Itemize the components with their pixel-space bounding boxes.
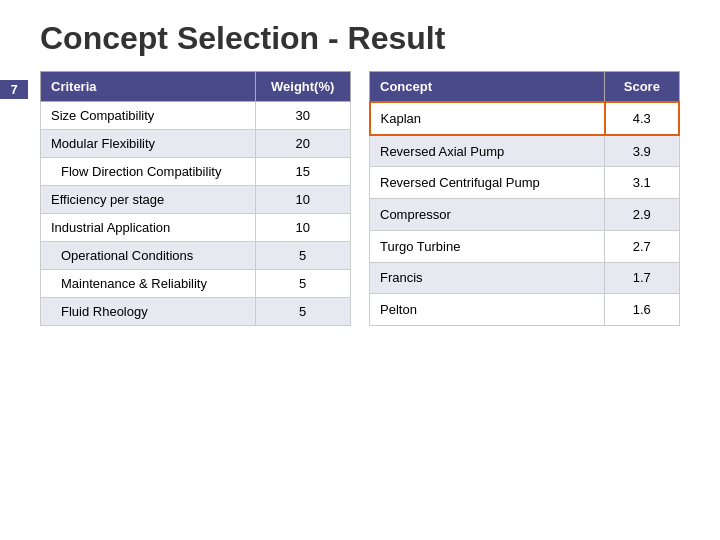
- weight-cell: 5: [255, 242, 350, 270]
- slide-page: Concept Selection - Result 7 Criteria We…: [0, 0, 720, 540]
- criteria-cell: Industrial Application: [41, 214, 256, 242]
- table-row: Flow Direction Compatibility15: [41, 158, 351, 186]
- score-cell: 3.9: [605, 135, 679, 167]
- table-row: Reversed Axial Pump3.9: [370, 135, 680, 167]
- concept-cell: Reversed Centrifugal Pump: [370, 167, 605, 199]
- score-cell: 1.7: [605, 262, 679, 294]
- criteria-cell: Size Compatibility: [41, 102, 256, 130]
- table-row: Fluid Rheology5: [41, 298, 351, 326]
- table-row: Size Compatibility30: [41, 102, 351, 130]
- criteria-cell: Efficiency per stage: [41, 186, 256, 214]
- weight-cell: 10: [255, 214, 350, 242]
- weight-header: Weight(%): [255, 72, 350, 102]
- table-row: Industrial Application10: [41, 214, 351, 242]
- table-row: Compressor2.9: [370, 199, 680, 231]
- criteria-header: Criteria: [41, 72, 256, 102]
- weight-cell: 20: [255, 130, 350, 158]
- weight-cell: 15: [255, 158, 350, 186]
- score-cell: 2.7: [605, 230, 679, 262]
- concept-cell: Compressor: [370, 199, 605, 231]
- table-row: Efficiency per stage10: [41, 186, 351, 214]
- score-cell: 1.6: [605, 294, 679, 326]
- page-title: Concept Selection - Result: [40, 20, 680, 57]
- table-row: Turgo Turbine2.7: [370, 230, 680, 262]
- score-cell: 3.1: [605, 167, 679, 199]
- score-header: Score: [605, 72, 679, 103]
- criteria-cell: Flow Direction Compatibility: [41, 158, 256, 186]
- concept-cell: Reversed Axial Pump: [370, 135, 605, 167]
- slide-number: 7: [0, 80, 28, 99]
- criteria-cell: Modular Flexibility: [41, 130, 256, 158]
- concept-table: Concept Score Kaplan4.3Reversed Axial Pu…: [369, 71, 681, 326]
- criteria-cell: Operational Conditions: [41, 242, 256, 270]
- table-row: Operational Conditions5: [41, 242, 351, 270]
- weight-cell: 10: [255, 186, 350, 214]
- table-row: Kaplan4.3: [370, 102, 680, 135]
- table-row: Maintenance & Reliability5: [41, 270, 351, 298]
- concept-header: Concept: [370, 72, 605, 103]
- weight-cell: 5: [255, 270, 350, 298]
- table-row: Pelton1.6: [370, 294, 680, 326]
- concept-cell: Pelton: [370, 294, 605, 326]
- table-row: Modular Flexibility20: [41, 130, 351, 158]
- weight-cell: 30: [255, 102, 350, 130]
- concept-cell: Francis: [370, 262, 605, 294]
- weight-cell: 5: [255, 298, 350, 326]
- criteria-table: Criteria Weight(%) Size Compatibility30M…: [40, 71, 351, 326]
- table-row: Reversed Centrifugal Pump3.1: [370, 167, 680, 199]
- criteria-cell: Fluid Rheology: [41, 298, 256, 326]
- score-cell: 4.3: [605, 102, 679, 135]
- criteria-cell: Maintenance & Reliability: [41, 270, 256, 298]
- score-cell: 2.9: [605, 199, 679, 231]
- concept-cell: Turgo Turbine: [370, 230, 605, 262]
- content-area: Criteria Weight(%) Size Compatibility30M…: [40, 71, 680, 326]
- table-row: Francis1.7: [370, 262, 680, 294]
- concept-cell: Kaplan: [370, 102, 605, 135]
